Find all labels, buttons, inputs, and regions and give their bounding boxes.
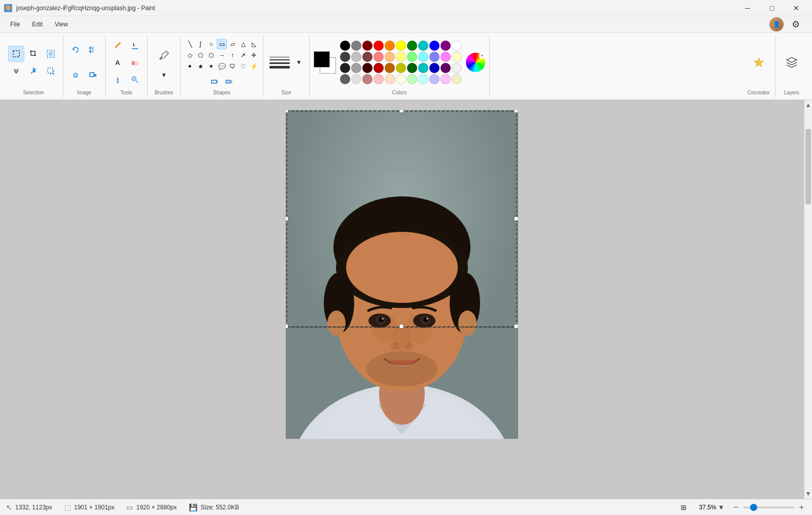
- selection-more-btn[interactable]: [8, 63, 24, 79]
- swatch-29[interactable]: [418, 63, 428, 73]
- swatch-21[interactable]: [452, 52, 462, 62]
- shape-right-triangle-btn[interactable]: ◺: [249, 39, 259, 49]
- swatch-6[interactable]: [407, 41, 417, 51]
- swatch-24[interactable]: [362, 63, 373, 73]
- swatch-33[interactable]: [340, 74, 350, 84]
- brush-dropdown-btn[interactable]: ▼: [158, 69, 170, 81]
- swatch-10[interactable]: [452, 41, 462, 51]
- swatch-2[interactable]: [362, 41, 373, 51]
- swatch-32[interactable]: [452, 63, 462, 73]
- rotate-btn[interactable]: [67, 42, 84, 58]
- zoom-dropdown-btn[interactable]: ▾: [717, 501, 725, 513]
- swatch-31[interactable]: [441, 63, 451, 73]
- shape-diamond-btn[interactable]: ◇: [185, 50, 195, 60]
- user-avatar[interactable]: 👤: [769, 17, 784, 31]
- selection-magic-btn[interactable]: [25, 63, 42, 79]
- size-line-1[interactable]: [269, 57, 290, 57]
- shape-lightning-btn[interactable]: ⚡: [249, 61, 259, 72]
- pencil-btn[interactable]: [110, 37, 126, 53]
- zoom-in-btn[interactable]: +: [797, 502, 806, 513]
- swatch-26[interactable]: [385, 63, 395, 73]
- add-color-btn[interactable]: [466, 53, 485, 72]
- tab-view[interactable]: View: [49, 16, 74, 32]
- swatch-14[interactable]: [374, 52, 384, 62]
- swatch-37[interactable]: [385, 74, 395, 84]
- swatch-1[interactable]: [351, 41, 361, 51]
- swatch-40[interactable]: [418, 74, 428, 84]
- fill-shape-btn[interactable]: [223, 76, 235, 88]
- text-btn[interactable]: A: [110, 54, 126, 71]
- size-line-2[interactable]: [269, 59, 290, 60]
- foreground-color[interactable]: [314, 51, 330, 67]
- zoom-slider[interactable]: [743, 506, 794, 508]
- shape-triangle-btn[interactable]: △: [238, 39, 248, 49]
- size-line-3[interactable]: [269, 62, 290, 64]
- outline-btn[interactable]: [209, 76, 221, 88]
- settings-button[interactable]: ⚙: [788, 16, 804, 32]
- swatch-13[interactable]: [362, 52, 373, 62]
- swatch-36[interactable]: [374, 74, 384, 84]
- swatch-9[interactable]: [441, 41, 451, 51]
- layers-btn[interactable]: [780, 50, 804, 75]
- selection-rectangle-btn[interactable]: [8, 46, 24, 62]
- swatch-25[interactable]: [374, 63, 384, 73]
- zoom-out-btn[interactable]: −: [731, 502, 740, 513]
- shape-star4-btn[interactable]: ✦: [185, 61, 195, 72]
- shape-line-btn[interactable]: ╲: [185, 39, 195, 49]
- swatch-0[interactable]: [340, 41, 350, 51]
- shape-hexagon-btn[interactable]: ⬡: [206, 50, 216, 60]
- swatch-22[interactable]: [340, 63, 350, 73]
- selection-resize-btn[interactable]: [43, 63, 59, 79]
- swatch-30[interactable]: [429, 63, 439, 73]
- swatch-19[interactable]: [429, 52, 439, 62]
- zoom-thumb[interactable]: [750, 504, 757, 511]
- swatch-3[interactable]: [374, 41, 384, 51]
- shape-oval-callout-btn[interactable]: 🗨: [227, 61, 238, 72]
- shape-callout-btn[interactable]: 💬: [217, 61, 227, 72]
- swatch-27[interactable]: [396, 63, 406, 73]
- tab-edit[interactable]: Edit: [26, 16, 49, 32]
- swatch-35[interactable]: [362, 74, 373, 84]
- zoom-tool-btn[interactable]: [127, 72, 143, 88]
- shape-star5-btn[interactable]: ★: [195, 61, 206, 72]
- tab-file[interactable]: File: [4, 16, 26, 32]
- fit-screen-btn[interactable]: ⊞: [678, 501, 690, 513]
- shape-pentagon-btn[interactable]: ⬠: [195, 50, 206, 60]
- swatch-17[interactable]: [407, 52, 417, 62]
- shape-arrow-diag-btn[interactable]: ↗: [238, 50, 248, 60]
- swatch-12[interactable]: [351, 52, 361, 62]
- swatch-7[interactable]: [418, 41, 428, 51]
- shape-parallelogram-btn[interactable]: ▱: [227, 39, 238, 49]
- selection-paint-btn[interactable]: [43, 46, 59, 62]
- flip-btn[interactable]: [85, 42, 101, 58]
- swatch-18[interactable]: [418, 52, 428, 62]
- swatch-15[interactable]: [385, 52, 395, 62]
- close-button[interactable]: ✕: [785, 0, 808, 16]
- maximize-button[interactable]: □: [760, 0, 784, 16]
- eraser-btn[interactable]: [127, 54, 143, 71]
- shape-curve-btn[interactable]: ∫: [195, 39, 206, 49]
- cocreator-btn[interactable]: [747, 50, 771, 75]
- shape-arrow-up-btn[interactable]: ↑: [227, 50, 238, 60]
- swatch-11[interactable]: [340, 52, 350, 62]
- swatch-20[interactable]: [441, 52, 451, 62]
- color-picker-btn[interactable]: [110, 72, 126, 88]
- resize-btn[interactable]: [85, 67, 101, 84]
- canvas-area[interactable]: [0, 100, 804, 499]
- selection-crop-btn[interactable]: [25, 46, 42, 62]
- swatch-34[interactable]: [351, 74, 361, 84]
- minimize-button[interactable]: ─: [736, 0, 759, 16]
- shape-oval-btn[interactable]: ○: [206, 39, 216, 49]
- swatch-38[interactable]: [396, 74, 406, 84]
- swatch-8[interactable]: [429, 41, 439, 51]
- swatch-23[interactable]: [351, 63, 361, 73]
- vertical-scrollbar[interactable]: ▲ ▼: [804, 100, 812, 499]
- shape-star6-btn[interactable]: ✶: [206, 61, 216, 72]
- photo-canvas[interactable]: [286, 110, 518, 439]
- bg-remove-btn[interactable]: [67, 67, 84, 84]
- size-line-4[interactable]: [269, 66, 290, 68]
- swatch-5[interactable]: [396, 41, 406, 51]
- swatch-28[interactable]: [407, 63, 417, 73]
- swatch-16[interactable]: [396, 52, 406, 62]
- swatch-43[interactable]: [452, 74, 462, 84]
